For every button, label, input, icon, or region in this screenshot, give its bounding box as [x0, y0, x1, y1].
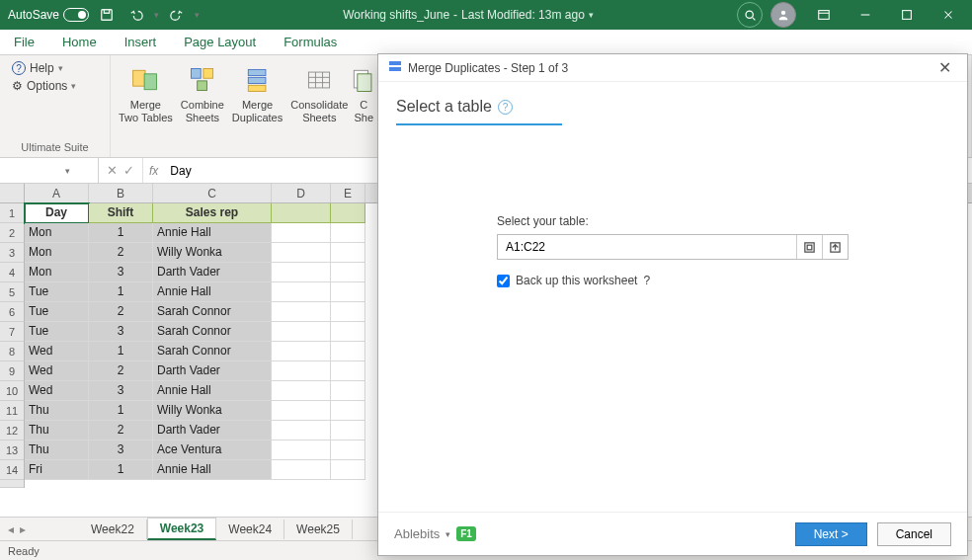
cell[interactable]: Thu [25, 440, 89, 460]
combine-sheets-button[interactable]: Combine Sheets [177, 61, 228, 126]
cell[interactable]: 3 [89, 322, 153, 342]
cell[interactable]: Wed [25, 342, 89, 361]
row-header[interactable]: 10 [0, 381, 24, 401]
row-header[interactable]: 6 [0, 302, 24, 322]
row-header[interactable]: 11 [0, 401, 24, 421]
cell[interactable]: Wed [25, 381, 89, 401]
ribbon-display-button[interactable] [804, 0, 844, 30]
sheet-nav-prev-icon[interactable]: ◂ [8, 522, 14, 536]
row-header[interactable]: 4 [0, 263, 24, 282]
cell[interactable] [272, 460, 331, 480]
cell[interactable]: Thu [25, 421, 89, 440]
brand-dropdown-icon[interactable]: ▾ [446, 529, 450, 539]
sheet-tab-week23[interactable]: Week23 [147, 518, 216, 540]
cell[interactable]: 1 [89, 401, 153, 421]
cell[interactable] [331, 381, 365, 401]
cell[interactable] [331, 203, 365, 223]
cancel-edit-icon[interactable]: ✕ [107, 163, 118, 178]
tab-insert[interactable]: Insert [111, 30, 171, 54]
cell[interactable]: Annie Hall [153, 381, 272, 401]
row-header[interactable]: 1 [0, 203, 24, 223]
cell[interactable]: Thu [25, 401, 89, 421]
tab-home[interactable]: Home [48, 30, 111, 54]
cell[interactable] [331, 421, 365, 440]
cell[interactable]: Annie Hall [153, 460, 272, 480]
name-box-input[interactable] [6, 164, 65, 178]
cell[interactable] [272, 302, 331, 322]
tab-formulas[interactable]: Formulas [270, 30, 351, 54]
fx-icon[interactable]: fx [143, 164, 164, 178]
cell[interactable] [272, 203, 331, 223]
save-icon[interactable] [95, 3, 119, 27]
modified-dropdown-icon[interactable]: ▾ [589, 10, 594, 20]
cell[interactable] [272, 361, 331, 381]
confirm-edit-icon[interactable]: ✓ [123, 163, 134, 178]
f1-help-badge[interactable]: F1 [456, 526, 476, 541]
row-header[interactable]: 12 [0, 421, 24, 440]
name-box[interactable]: ▾ [0, 158, 99, 183]
cell[interactable] [272, 243, 331, 263]
undo-icon[interactable] [124, 3, 148, 27]
cell[interactable] [331, 361, 365, 381]
cell[interactable] [331, 223, 365, 243]
last-modified[interactable]: Last Modified: 13m ago [461, 8, 585, 22]
column-header[interactable]: D [272, 184, 331, 202]
row-header[interactable]: 5 [0, 282, 24, 302]
row-header[interactable]: 9 [0, 361, 24, 381]
backup-checkbox[interactable] [497, 275, 510, 287]
cell[interactable]: Day [25, 203, 89, 223]
range-input[interactable] [498, 240, 796, 254]
cell[interactable] [272, 223, 331, 243]
cell[interactable] [272, 381, 331, 401]
row-headers[interactable]: 1234567891011121314 [0, 203, 25, 488]
sheet-tab-week25[interactable]: Week25 [284, 520, 353, 539]
row-header[interactable]: 13 [0, 440, 24, 460]
tab-page-layout[interactable]: Page Layout [170, 30, 270, 54]
expand-range-button[interactable] [822, 235, 848, 259]
row-header[interactable]: 8 [0, 342, 24, 361]
cell[interactable] [331, 302, 365, 322]
row-header[interactable]: 7 [0, 322, 24, 342]
cell[interactable] [331, 440, 365, 460]
row-header[interactable]: 14 [0, 460, 24, 480]
next-button[interactable]: Next > [795, 522, 867, 546]
cell[interactable] [272, 421, 331, 440]
cell[interactable]: Darth Vader [153, 361, 272, 381]
cell[interactable]: Willy Wonka [153, 401, 272, 421]
close-window-button[interactable] [929, 0, 968, 30]
dialog-close-button[interactable]: ✕ [932, 56, 957, 79]
column-header[interactable]: B [89, 184, 153, 202]
cell[interactable]: 2 [89, 243, 153, 263]
redo-icon[interactable] [165, 3, 189, 27]
cell[interactable]: Mon [25, 263, 89, 282]
cell[interactable] [331, 342, 365, 361]
backup-hint-icon[interactable]: ? [643, 274, 650, 287]
cell[interactable] [272, 401, 331, 421]
cell[interactable] [272, 263, 331, 282]
cell[interactable] [331, 322, 365, 342]
cell[interactable] [331, 243, 365, 263]
cell[interactable]: Sales rep [153, 203, 272, 223]
cell[interactable] [331, 282, 365, 302]
cell[interactable]: 3 [89, 263, 153, 282]
cell[interactable]: Wed [25, 361, 89, 381]
cell[interactable]: Willy Wonka [153, 243, 272, 263]
name-box-dropdown-icon[interactable]: ▾ [65, 166, 70, 176]
cell[interactable]: 2 [89, 421, 153, 440]
cell[interactable]: Fri [25, 460, 89, 480]
cell[interactable]: 2 [89, 302, 153, 322]
column-header[interactable]: C [153, 184, 272, 202]
select-all-corner[interactable] [0, 184, 25, 203]
cell[interactable] [331, 460, 365, 480]
column-header[interactable]: A [25, 184, 89, 202]
cell[interactable]: Annie Hall [153, 282, 272, 302]
account-avatar[interactable] [770, 2, 796, 28]
cell[interactable]: Annie Hall [153, 223, 272, 243]
merge-duplicates-button[interactable]: Merge Duplicates [228, 61, 286, 126]
cell[interactable]: Darth Vader [153, 421, 272, 440]
sheet-nav-next-icon[interactable]: ▸ [20, 522, 26, 536]
cell[interactable]: Darth Vader [153, 263, 272, 282]
cell[interactable]: 1 [89, 282, 153, 302]
cell[interactable] [272, 322, 331, 342]
cell[interactable]: 1 [89, 342, 153, 361]
